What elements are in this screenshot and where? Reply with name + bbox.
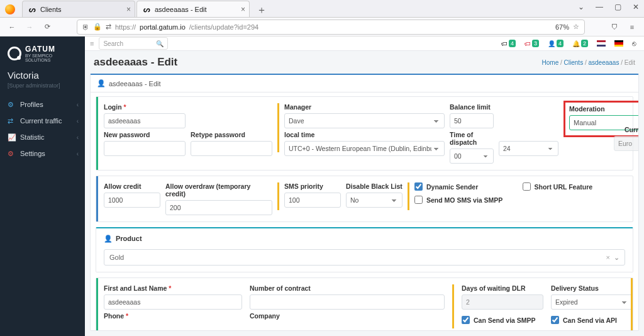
moderation-label: Moderation <box>569 105 638 113</box>
forward-button[interactable]: → <box>23 20 36 34</box>
allow-over-label: Allow overdraw (temporary credit) <box>165 182 272 198</box>
smpp-checkbox[interactable] <box>462 316 470 324</box>
dispatch-to-select[interactable]: 24 <box>499 141 558 156</box>
new-password-input[interactable] <box>104 141 186 156</box>
sidebar-item-label: Statistic <box>20 133 45 141</box>
url-host: portal.gatum.io <box>140 23 186 31</box>
crumb-edit: Edit <box>625 59 635 66</box>
allow-credit-input[interactable] <box>104 193 160 208</box>
logo-mark-icon <box>8 47 21 60</box>
api-label: Can Send via API <box>563 316 617 324</box>
menu-icon[interactable]: ≡ <box>625 20 639 34</box>
tab-label: Clients <box>40 6 62 13</box>
dlr-input <box>462 294 543 310</box>
sidebar-item-label: Profiles <box>20 101 43 108</box>
crumb-item[interactable]: asdeeaaas <box>588 59 619 66</box>
crumb-home[interactable]: Home <box>542 59 559 66</box>
flag-de-icon[interactable] <box>614 40 623 47</box>
sidebar-item-profiles[interactable]: ⚙Profiles‹ <box>0 96 85 113</box>
dispatch-label: Time of dispatch <box>450 131 494 146</box>
breadcrumb: Home / Clients / asdeeaaas / Edit <box>542 59 635 66</box>
brand-name: GATUM <box>25 45 79 53</box>
dispatch-from-select[interactable]: 00 <box>450 148 494 164</box>
url-path: /clients/update?id=294 <box>189 23 258 31</box>
bell-icon[interactable]: 🔔2 <box>572 40 588 47</box>
pocket-icon[interactable]: ⛉ <box>608 20 621 34</box>
name-input[interactable] <box>104 294 242 310</box>
tab-label: asdeeaaas - Edit <box>155 6 207 13</box>
back-button[interactable]: ← <box>5 20 19 34</box>
bookmark-icon[interactable]: ☆ <box>573 23 579 31</box>
zoom-level[interactable]: 67% <box>555 23 569 31</box>
badge: 4 <box>509 40 516 47</box>
disable-bl-label: Disable Black List <box>346 182 402 190</box>
chevron-left-icon: ‹ <box>77 118 79 125</box>
badge: 4 <box>557 40 564 47</box>
phone-label: Phone * <box>104 312 242 320</box>
chart-icon: 📈 <box>8 133 15 141</box>
delivery-label: Delivery Status <box>551 284 633 292</box>
delivery-select[interactable]: Expired <box>551 294 633 310</box>
localtime-select[interactable]: UTC+0 - Western European Time (Dublin, E… <box>284 141 445 156</box>
api-checkbox[interactable] <box>551 316 559 324</box>
sidebar-item-settings[interactable]: ⚙Settings‹ <box>0 145 85 162</box>
card-product: 👤 Product Gold × ⌄ <box>96 227 633 272</box>
sms-prio-input[interactable] <box>284 193 341 208</box>
logo: GATUM BY SEMPICO SOLUTIONS <box>0 36 85 66</box>
disable-bl-select[interactable]: No <box>346 193 402 208</box>
close-window-icon[interactable]: ✕ <box>633 3 639 11</box>
product-select[interactable]: Gold × ⌄ <box>104 249 625 266</box>
close-tab-icon[interactable]: × <box>241 5 245 14</box>
badge: 3 <box>532 40 539 47</box>
login-input[interactable] <box>104 113 186 128</box>
sidebar-item-label: Current traffic <box>20 117 62 125</box>
browser-tab-clients[interactable]: ᔕ Clients × <box>22 1 135 17</box>
balance-label: Balance limit <box>450 103 494 111</box>
name-label: First and Last Name * <box>104 284 242 292</box>
sms-prio-label: SMS priority <box>284 182 341 190</box>
contract-input[interactable] <box>250 294 445 310</box>
chevron-down-icon[interactable]: ⌄ <box>578 3 584 11</box>
dynamic-sender-label: Dynamic Sender <box>426 183 478 191</box>
tag-icon-2[interactable]: 🏷3 <box>525 40 539 47</box>
localtime-label: local time <box>284 131 445 138</box>
smpp-label: Can Send via SMPP <box>474 316 536 324</box>
search-input[interactable]: Search 🔍 <box>99 37 168 50</box>
tag-icon-1[interactable]: 🏷4 <box>501 40 516 47</box>
hamburger-icon[interactable]: ≡ <box>90 40 94 47</box>
product-head: Product <box>116 235 142 243</box>
mo-smpp-checkbox[interactable] <box>414 196 423 204</box>
close-tab-icon[interactable]: × <box>126 5 131 14</box>
retype-pw-label: Retype password <box>191 131 272 138</box>
sidebar-item-traffic[interactable]: ⇄Current traffic‹ <box>0 113 85 129</box>
currency-select: Euro <box>614 136 638 151</box>
short-url-checkbox[interactable] <box>523 182 531 191</box>
logout-icon[interactable]: ⎋ <box>632 40 636 47</box>
browser-tab-edit[interactable]: ᔕ asdeeaaas - Edit × <box>136 1 250 17</box>
user-name: Victoria <box>0 66 85 82</box>
manager-select[interactable]: Dave <box>284 113 445 128</box>
dynamic-sender-checkbox[interactable] <box>414 182 423 191</box>
crumb-clients[interactable]: Clients <box>564 59 584 66</box>
flag-en-icon[interactable] <box>597 40 606 47</box>
new-tab-button[interactable]: ＋ <box>255 3 269 17</box>
maximize-icon[interactable]: ▢ <box>614 3 621 11</box>
allow-credit-label: Allow credit <box>104 182 160 190</box>
brand-sub: BY SEMPICO SOLUTIONS <box>25 53 79 62</box>
search-placeholder: Search <box>103 40 123 47</box>
allow-over-input[interactable] <box>165 200 272 215</box>
chevron-left-icon: ‹ <box>77 101 79 108</box>
sidebar-item-statistic[interactable]: 📈Statistic‹ <box>0 129 85 145</box>
firefox-icon <box>5 4 15 14</box>
reload-button[interactable]: ⟳ <box>40 20 54 34</box>
minimize-icon[interactable]: — <box>596 3 603 11</box>
user-icon[interactable]: 👤4 <box>548 40 564 47</box>
url-bar[interactable]: ⛨ 🔒 ⇄ https://portal.gatum.io/clients/up… <box>77 20 585 35</box>
search-icon: 🔍 <box>156 40 164 47</box>
clear-icon[interactable]: × <box>606 254 609 261</box>
sidebar-item-label: Settings <box>20 150 45 157</box>
retype-password-input[interactable] <box>191 141 272 156</box>
balance-input[interactable] <box>450 113 494 128</box>
manager-label: Manager <box>284 103 445 111</box>
link-icon: ⚙ <box>8 101 15 108</box>
